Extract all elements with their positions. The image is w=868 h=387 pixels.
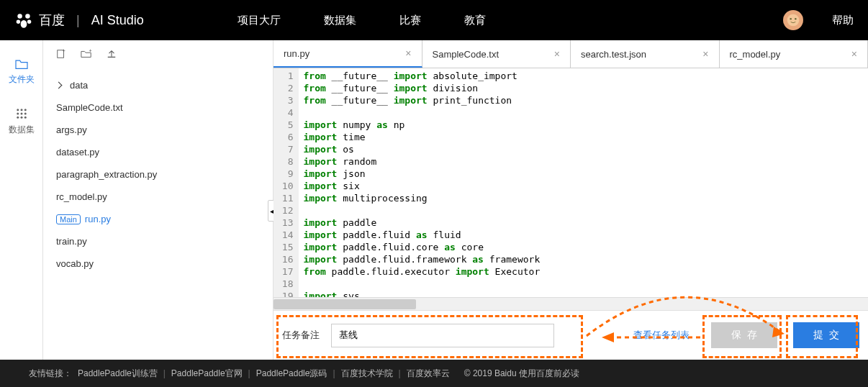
editor-area: ◀ run.py× SampleCode.txt× search.test.js… <box>273 40 868 360</box>
tab-rcmodel[interactable]: rc_model.py× <box>720 40 869 68</box>
code-editor[interactable]: 1234567891011121314151617181920▸21222324… <box>273 68 868 297</box>
svg-point-10 <box>24 109 26 111</box>
upload-icon[interactable] <box>107 49 117 61</box>
remark-label: 任务备注 <box>282 329 320 342</box>
file-train[interactable]: train.py <box>43 230 273 252</box>
logo-divider: | <box>76 13 80 28</box>
svg-point-3 <box>27 19 31 23</box>
remark-input[interactable] <box>331 324 554 347</box>
close-icon[interactable]: × <box>702 48 708 60</box>
svg-point-2 <box>17 19 20 23</box>
svg-point-4 <box>21 20 27 28</box>
footer-link-1[interactable]: PaddlePaddle官网 <box>171 368 243 380</box>
svg-point-16 <box>24 117 26 119</box>
svg-point-7 <box>795 18 797 19</box>
view-task-list-link[interactable]: 查看任务列表 <box>633 329 690 342</box>
user-avatar[interactable] <box>783 10 803 30</box>
file-rcmodel[interactable]: rc_model.py <box>43 186 273 208</box>
svg-point-12 <box>20 113 22 115</box>
new-file-icon[interactable]: + <box>56 49 66 61</box>
file-samplecode[interactable]: SampleCode.txt <box>43 96 273 119</box>
tab-samplecode[interactable]: SampleCode.txt× <box>422 40 571 68</box>
studio-text: AI Studio <box>91 13 144 28</box>
nav-datasets[interactable]: 数据集 <box>324 14 356 27</box>
sidebar-toolbar: + + <box>43 40 273 70</box>
line-gutter: 1234567891011121314151617181920▸21222324 <box>273 68 299 297</box>
top-navbar: 百度 | AI Studio 项目大厅 数据集 比赛 教育 帮助 <box>0 0 868 40</box>
close-icon[interactable]: × <box>554 48 560 60</box>
svg-point-6 <box>790 18 792 19</box>
nav-help[interactable]: 帮助 <box>832 14 854 27</box>
close-icon[interactable]: × <box>405 47 411 59</box>
tab-run[interactable]: run.py× <box>273 40 422 68</box>
footer-link-0[interactable]: PaddlePaddle训练营 <box>78 368 158 380</box>
footer-link-4[interactable]: 百度效率云 <box>407 368 450 380</box>
nav-education[interactable]: 教育 <box>464 14 486 27</box>
svg-point-5 <box>787 14 800 27</box>
editor-tabs: run.py× SampleCode.txt× search.test.json… <box>273 40 868 68</box>
right-nav: 帮助 <box>783 10 854 30</box>
svg-point-9 <box>20 109 22 111</box>
svg-text:+: + <box>89 49 92 54</box>
svg-point-13 <box>24 113 26 115</box>
task-bar: 任务备注 查看任务列表 保存 提交 <box>273 310 868 360</box>
chevron-icon <box>55 82 63 89</box>
footer-prefix: 友情链接： <box>29 368 72 380</box>
svg-point-1 <box>25 14 30 18</box>
svg-text:+: + <box>63 49 65 53</box>
horizontal-scrollbar[interactable] <box>273 297 868 310</box>
avatar-face-icon <box>786 13 800 27</box>
close-icon[interactable]: × <box>851 48 857 60</box>
file-run[interactable]: Main run.py <box>43 208 273 230</box>
file-paragraph[interactable]: paragraph_extraction.py <box>43 163 273 186</box>
rail-datasets[interactable]: 数据集 <box>9 107 35 136</box>
svg-point-0 <box>17 14 22 18</box>
folder-data[interactable]: data <box>43 74 273 96</box>
folder-icon <box>14 58 29 70</box>
save-button[interactable]: 保存 <box>711 322 777 348</box>
footer-link-3[interactable]: 百度技术学院 <box>341 368 393 380</box>
nav-competitions[interactable]: 比赛 <box>399 14 421 27</box>
svg-point-11 <box>17 113 19 115</box>
main-badge: Main <box>56 214 81 224</box>
submit-button[interactable]: 提交 <box>793 322 859 348</box>
tab-search[interactable]: search.test.json× <box>571 40 720 68</box>
dataset-icon <box>15 107 28 120</box>
file-dataset[interactable]: dataset.py <box>43 141 273 163</box>
nav-projects[interactable]: 项目大厅 <box>238 14 281 27</box>
footer: 友情链接： PaddlePaddle训练营| PaddlePaddle官网| P… <box>0 360 868 387</box>
main-nav: 项目大厅 数据集 比赛 教育 <box>238 14 486 27</box>
left-rail: 文件夹 数据集 <box>0 40 43 360</box>
file-vocab[interactable]: vocab.py <box>43 252 273 275</box>
scrollbar-thumb[interactable] <box>273 299 416 309</box>
file-tree: data SampleCode.txt args.py dataset.py p… <box>43 70 273 278</box>
main-area: 文件夹 数据集 + + data SampleCode.txt args.py … <box>0 40 868 360</box>
file-sidebar: + + data SampleCode.txt args.py dataset.… <box>43 40 273 360</box>
rail-files[interactable]: 文件夹 <box>9 58 35 86</box>
svg-point-8 <box>17 109 19 111</box>
new-folder-icon[interactable]: + <box>81 49 92 61</box>
logo[interactable]: 百度 | AI Studio <box>14 11 144 29</box>
footer-link-2[interactable]: PaddlePaddle源码 <box>256 368 327 380</box>
code-content[interactable]: from __future__ import absolute_import f… <box>299 68 544 297</box>
footer-copyright: © 2019 Baidu 使用百度前必读 <box>464 368 579 380</box>
baidu-paw-icon <box>14 11 33 29</box>
file-args[interactable]: args.py <box>43 119 273 141</box>
logo-text: 百度 <box>39 12 65 29</box>
svg-point-14 <box>17 117 19 119</box>
svg-point-15 <box>20 117 22 119</box>
